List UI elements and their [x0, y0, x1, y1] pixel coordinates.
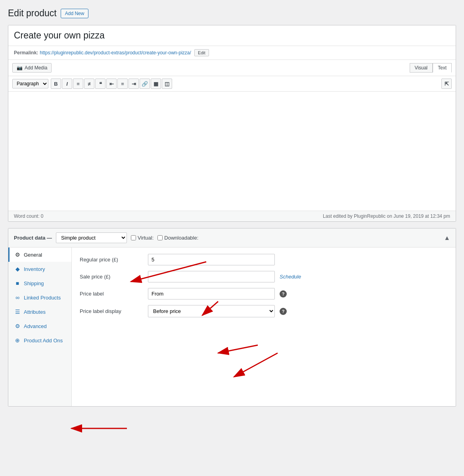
- add-media-button[interactable]: 📷 Add Media: [12, 63, 52, 73]
- product-data-title: Product data —: [14, 235, 52, 241]
- sidebar-item-inventory-label: Inventory: [24, 266, 45, 272]
- price-label-input[interactable]: [148, 288, 275, 299]
- sidebar-item-attributes[interactable]: ☰ Attributes: [8, 305, 71, 319]
- permalink-row: Permalink: https://pluginrepublic.dev/pr…: [8, 46, 456, 60]
- downloadable-checkbox[interactable]: [157, 235, 163, 240]
- more-button[interactable]: ▦: [151, 79, 161, 89]
- sidebar-item-shipping[interactable]: ■ Shipping: [8, 276, 71, 290]
- sidebar-item-shipping-label: Shipping: [24, 280, 44, 286]
- table-button[interactable]: ◫: [162, 79, 172, 89]
- format-toolbar: Paragraph B I ≡ ≠ ❝ ⇤ ≡ ⇥ 🔗 ▦ ◫ ⇱: [8, 76, 456, 92]
- toolbar-row: 📷 Add Media Visual Text: [8, 60, 456, 76]
- sidebar-item-inventory[interactable]: ◆ Inventory: [8, 262, 71, 276]
- sidebar-item-advanced[interactable]: ⚙ Advanced: [8, 319, 71, 333]
- visual-text-tabs: Visual Text: [410, 63, 452, 73]
- blockquote-button[interactable]: ❝: [95, 79, 105, 89]
- product-title-input[interactable]: [8, 25, 456, 46]
- product-add-ons-icon: ⊕: [14, 337, 21, 344]
- media-icon: 📷: [17, 65, 23, 71]
- editor-content[interactable]: [8, 92, 456, 211]
- sidebar-item-general-label: General: [24, 252, 42, 258]
- visual-tab[interactable]: Visual: [410, 63, 433, 73]
- general-icon: ⚙: [14, 251, 21, 258]
- price-label-row: Price label ?: [80, 288, 448, 299]
- price-label-display-label: Price label display: [80, 308, 143, 314]
- ordered-list-button[interactable]: ≠: [84, 79, 94, 89]
- sale-price-row: Sale price (£) Schedule: [80, 271, 448, 282]
- page-header: Edit product Add New: [8, 8, 456, 19]
- product-type-select[interactable]: Simple product Variable product Grouped …: [56, 232, 127, 243]
- editor-wrap: Permalink: https://pluginrepublic.dev/pr…: [8, 25, 456, 222]
- sidebar-item-linked-products-label: Linked Products: [24, 295, 61, 301]
- product-data-header: Product data — Simple product Variable p…: [8, 228, 456, 248]
- regular-price-label: Regular price (£): [80, 257, 143, 263]
- shipping-icon: ■: [14, 280, 21, 286]
- last-edited: Last edited by PluginRepublic on June 19…: [323, 213, 450, 219]
- virtual-checkbox[interactable]: [131, 235, 136, 240]
- permalink-link[interactable]: https://pluginrepublic.dev/product-extra…: [40, 50, 191, 56]
- align-right-button[interactable]: ⇥: [128, 79, 139, 89]
- inventory-icon: ◆: [14, 266, 21, 272]
- sidebar-item-advanced-label: Advanced: [24, 323, 47, 329]
- sidebar-item-product-add-ons-label: Product Add Ons: [24, 338, 63, 344]
- attributes-icon: ☰: [14, 309, 21, 315]
- toggle-arrow[interactable]: ▲: [444, 234, 450, 242]
- price-label-display-help-icon[interactable]: ?: [280, 308, 287, 315]
- sidebar-item-linked-products[interactable]: ∞ Linked Products: [8, 290, 71, 305]
- advanced-icon: ⚙: [14, 323, 21, 329]
- regular-price-input[interactable]: [148, 254, 275, 265]
- sidebar-item-general[interactable]: ⚙ General: [8, 248, 71, 262]
- sale-price-label: Sale price (£): [80, 274, 143, 280]
- regular-price-row: Regular price (£): [80, 254, 448, 265]
- price-label-display-select[interactable]: Before price After price Instead of pric…: [148, 305, 275, 317]
- sale-price-input[interactable]: [148, 271, 275, 282]
- downloadable-label: Downloadable:: [157, 235, 198, 241]
- price-label-label: Price label: [80, 291, 143, 297]
- schedule-link[interactable]: Schedule: [280, 274, 301, 280]
- product-data-main: Regular price (£) Sale price (£) Schedul…: [72, 248, 456, 406]
- price-label-display-row: Price label display Before price After p…: [80, 305, 448, 317]
- product-data-sidebar: ⚙ General ◆ Inventory ■ Shipping ∞ Linke…: [8, 248, 72, 406]
- linked-products-icon: ∞: [14, 294, 21, 301]
- page-title: Edit product: [8, 8, 57, 19]
- sidebar-item-product-add-ons[interactable]: ⊕ Product Add Ons: [8, 333, 71, 347]
- add-media-label: Add Media: [25, 65, 47, 71]
- product-data-section: Product data — Simple product Variable p…: [8, 228, 456, 407]
- permalink-edit-button[interactable]: Edit: [194, 49, 209, 56]
- product-data-body: ⚙ General ◆ Inventory ■ Shipping ∞ Linke…: [8, 248, 456, 406]
- virtual-label: Virtual:: [131, 235, 153, 241]
- permalink-label: Permalink:: [14, 50, 38, 56]
- italic-button[interactable]: I: [62, 79, 72, 89]
- sidebar-item-attributes-label: Attributes: [24, 309, 46, 315]
- text-tab[interactable]: Text: [433, 63, 452, 73]
- link-button[interactable]: 🔗: [140, 79, 150, 89]
- add-new-button[interactable]: Add New: [61, 9, 89, 18]
- unordered-list-button[interactable]: ≡: [73, 79, 83, 89]
- bold-button[interactable]: B: [51, 79, 61, 89]
- price-label-help-icon[interactable]: ?: [280, 290, 287, 298]
- align-left-button[interactable]: ⇤: [106, 79, 117, 89]
- align-center-button[interactable]: ≡: [117, 79, 128, 89]
- fullscreen-button[interactable]: ⇱: [441, 79, 452, 89]
- paragraph-select[interactable]: Paragraph: [12, 79, 48, 88]
- word-count: Word count: 0: [14, 213, 43, 219]
- word-count-bar: Word count: 0 Last edited by PluginRepub…: [8, 211, 456, 221]
